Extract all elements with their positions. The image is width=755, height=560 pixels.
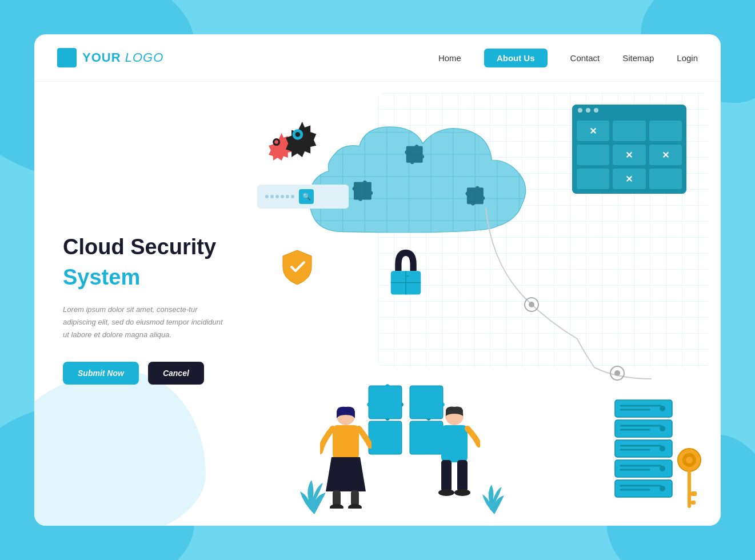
browser-cell-8: ✕ — [613, 169, 645, 189]
browser-cell-1: ✕ — [577, 121, 609, 141]
browser-dot-2 — [586, 108, 590, 113]
cancel-button[interactable]: Cancel — [148, 362, 204, 385]
browser-dot-3 — [594, 108, 598, 113]
browser-body: ✕ ✕ ✕ ✕ — [572, 116, 686, 194]
browser-cell-2 — [613, 121, 645, 141]
navbar: YOUR LOGO Home About Us Contact Sitemap … — [34, 34, 721, 82]
svg-rect-56 — [691, 501, 696, 505]
left-bg-blob — [34, 371, 206, 526]
browser-titlebar — [572, 105, 686, 116]
browser-cell-6: ✕ — [649, 145, 682, 165]
svg-point-1 — [274, 140, 278, 144]
main-title-line2: System — [63, 265, 229, 290]
nav-about[interactable]: About Us — [484, 49, 548, 67]
content-area: Cloud Security System Lorem ipsum dolor … — [34, 82, 721, 526]
person-woman — [320, 406, 371, 509]
svg-rect-22 — [351, 490, 359, 506]
svg-point-24 — [348, 504, 362, 509]
search-icon: 🔍 — [299, 189, 314, 204]
lock-icon — [389, 247, 423, 299]
hero-description: Lorem ipsum dolor sit amet, consecte-tur… — [63, 303, 229, 341]
right-panel: 🔍 — [251, 82, 721, 526]
browser-cell-7 — [577, 169, 609, 189]
nav-sitemap[interactable]: Sitemap — [622, 53, 654, 63]
button-group: Submit Now Cancel — [63, 362, 229, 385]
server-stack — [612, 394, 675, 509]
svg-rect-55 — [691, 491, 697, 496]
svg-point-3 — [295, 132, 301, 137]
svg-point-30 — [454, 489, 470, 496]
outer-background: YOUR LOGO Home About Us Contact Sitemap … — [0, 0, 755, 560]
svg-point-47 — [660, 466, 665, 471]
svg-point-44 — [660, 446, 665, 451]
svg-rect-28 — [457, 460, 468, 491]
browser-cell-5: ✕ — [613, 145, 645, 165]
svg-rect-20 — [333, 425, 359, 459]
search-bar[interactable]: 🔍 — [257, 185, 349, 209]
svg-rect-26 — [441, 425, 468, 462]
svg-rect-5 — [406, 146, 423, 163]
browser-cell-4 — [577, 145, 609, 165]
gears-container — [263, 116, 337, 181]
svg-rect-27 — [441, 460, 452, 491]
browser-cell-9 — [649, 169, 682, 189]
browser-dot-1 — [578, 108, 582, 113]
shield-icon — [280, 247, 314, 287]
main-title-line1: Cloud Security — [63, 234, 229, 261]
submit-button[interactable]: Submit Now — [63, 362, 139, 385]
svg-rect-7 — [467, 187, 484, 204]
nav-links: Home About Us Contact Sitemap Login — [438, 49, 698, 67]
search-dots — [265, 195, 294, 198]
browser-cell-3 — [649, 121, 682, 141]
svg-point-41 — [660, 426, 665, 431]
nav-contact[interactable]: Contact — [570, 53, 600, 63]
plants-2 — [474, 474, 514, 514]
left-panel: Cloud Security System Lorem ipsum dolor … — [34, 82, 251, 526]
svg-point-14 — [614, 370, 620, 376]
logo-area: YOUR LOGO — [57, 48, 163, 67]
svg-point-53 — [686, 457, 693, 463]
browser-window: ✕ ✕ ✕ ✕ — [572, 105, 686, 194]
main-card: YOUR LOGO Home About Us Contact Sitemap … — [34, 34, 721, 526]
nav-login[interactable]: Login — [677, 53, 698, 63]
person-man — [429, 406, 480, 509]
nav-home[interactable]: Home — [438, 53, 461, 63]
svg-rect-54 — [688, 471, 691, 508]
logo-text: YOUR LOGO — [82, 50, 163, 65]
svg-point-38 — [660, 406, 665, 411]
logo-icon — [57, 48, 77, 67]
svg-rect-17 — [369, 421, 402, 454]
svg-point-23 — [330, 504, 343, 509]
svg-point-13 — [610, 366, 624, 380]
key-icon — [675, 446, 704, 514]
svg-rect-21 — [333, 490, 341, 506]
svg-rect-15 — [369, 386, 402, 419]
left-content: Cloud Security System Lorem ipsum dolor … — [63, 234, 229, 385]
svg-point-50 — [660, 486, 665, 491]
svg-rect-6 — [354, 182, 371, 200]
svg-point-29 — [438, 489, 454, 496]
